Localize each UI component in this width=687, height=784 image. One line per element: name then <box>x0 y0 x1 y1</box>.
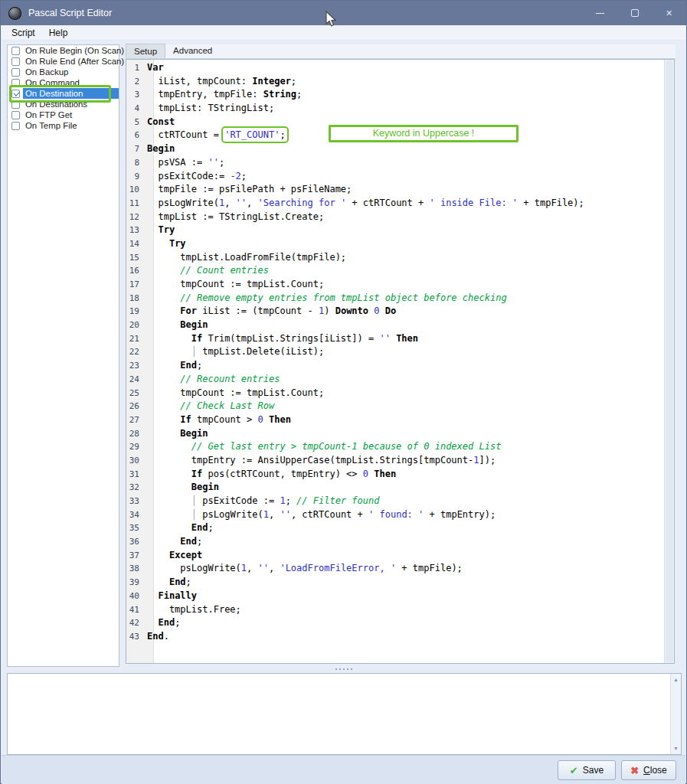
checkbox[interactable] <box>11 90 20 98</box>
scroll-down-icon[interactable]: ▼ <box>671 743 681 753</box>
code-line: 24 // Recount entries <box>126 373 664 387</box>
line-number: 20 <box>126 318 147 332</box>
list-item[interactable]: On Rule Begin (On Scan) <box>8 45 119 56</box>
line-number: 16 <box>126 264 147 278</box>
checkbox[interactable] <box>11 100 20 109</box>
tab-bar: SetupAdvanced <box>126 44 676 59</box>
x-icon: ✖ <box>630 765 639 776</box>
rt-count-annotation: 'RT_COUNT'; <box>224 129 285 140</box>
list-item[interactable]: On Command <box>8 77 119 88</box>
list-item[interactable]: On Temp File <box>8 120 119 131</box>
line-number: 23 <box>126 359 147 373</box>
code-line: 43End. <box>126 630 664 644</box>
script-panel: SetupAdvanced 1Var2 iList, tmpCount: Int… <box>126 44 676 667</box>
code-line: 13 Try <box>126 224 664 237</box>
save-button-label: Save <box>583 765 604 776</box>
line-number: 29 <box>126 440 147 454</box>
menu-script[interactable]: Script <box>5 25 42 41</box>
list-item-label: On Rule Begin (On Scan) <box>23 45 126 56</box>
minimize-button[interactable] <box>583 1 617 25</box>
list-item-label: On FTP Get <box>23 109 74 120</box>
code-line: 15 tmpList.LoadFromFile(tmpFile); <box>126 251 664 265</box>
code-line: 39 End; <box>126 576 664 590</box>
output-textarea[interactable] <box>9 675 669 753</box>
splitter-handle[interactable] <box>7 666 682 672</box>
splitter-grip-icon <box>335 668 354 670</box>
editor-scrollbar-thumb[interactable] <box>666 60 673 662</box>
checkbox[interactable] <box>11 68 20 77</box>
code-line: 14 Try <box>126 237 664 251</box>
output-panel: ▲ ▼ <box>7 673 682 755</box>
checkbox[interactable] <box>11 57 20 66</box>
close-icon: × <box>666 8 672 18</box>
code-line: 32 Begin <box>126 481 664 495</box>
checkbox[interactable] <box>11 47 20 55</box>
line-number: 26 <box>126 400 147 413</box>
line-number: 41 <box>126 603 147 617</box>
line-number: 34 <box>126 508 147 522</box>
line-number: 9 <box>126 170 147 184</box>
close-button[interactable]: ✖ Close <box>621 760 676 780</box>
line-number: 12 <box>126 211 147 224</box>
line-number: 21 <box>126 332 147 346</box>
code-line: 23 End; <box>126 359 664 373</box>
line-number: 1 <box>126 61 147 75</box>
minimize-icon <box>596 13 604 14</box>
checkbox[interactable] <box>11 111 20 119</box>
code-line: 35 End; <box>126 521 664 535</box>
code-line: 12 tmpList := TStringList.Create; <box>126 211 664 224</box>
list-item[interactable]: On Destinations <box>8 99 119 109</box>
scroll-up-icon[interactable]: ▲ <box>671 675 681 684</box>
checkbox[interactable] <box>11 79 20 87</box>
code-line: 1Var <box>126 61 664 75</box>
code-lines: 1Var2 iList, tmpCount: Integer;3 tmpEntr… <box>126 61 664 644</box>
code-line: 40 Finally <box>126 590 664 603</box>
list-item[interactable]: On FTP Get <box>8 109 119 120</box>
code-line: 38 psLogWrite(1, '', 'LoadFromFileError,… <box>126 562 664 576</box>
button-bar: ✔ Save ✖ Close <box>2 755 685 784</box>
code-line: 3 tmpEntry, tmpFile: String; <box>126 88 664 102</box>
code-line: 8 psVSA := ''; <box>126 156 664 170</box>
title-bar[interactable]: Pascal Script Editor × <box>1 1 686 25</box>
tab-advanced[interactable]: Advanced <box>165 44 220 58</box>
window-close-button[interactable]: × <box>652 1 686 25</box>
maximize-button[interactable] <box>617 1 652 25</box>
code-line: 42 End; <box>126 616 664 630</box>
line-number: 3 <box>126 88 147 102</box>
line-number: 13 <box>126 224 147 237</box>
line-number: 36 <box>126 535 147 549</box>
event-list[interactable]: On Rule Begin (On Scan)On Rule End (Afte… <box>7 44 119 667</box>
save-button[interactable]: ✔ Save <box>558 760 616 780</box>
list-item[interactable]: On Destination <box>8 88 119 99</box>
menu-bar: ScriptHelp <box>2 25 685 41</box>
line-number: 39 <box>126 576 147 590</box>
list-item[interactable]: On Backup <box>8 67 119 77</box>
tab-setup[interactable]: Setup <box>126 44 165 58</box>
list-item-label: On Temp File <box>23 120 80 131</box>
check-icon: ✔ <box>570 765 578 776</box>
line-number: 5 <box>126 116 147 129</box>
code-line: 29 // Get last entry > tmpCount-1 becaus… <box>126 440 664 454</box>
line-number: 15 <box>126 251 147 265</box>
code-line: 17 tmpCount := tmpList.Count; <box>126 278 664 292</box>
app-icon <box>8 7 21 20</box>
line-number: 35 <box>126 521 147 535</box>
menu-help[interactable]: Help <box>42 25 75 41</box>
code-line: 22 │ tmpList.Delete(iList); <box>126 345 664 359</box>
list-item[interactable]: On Rule End (After Scan) <box>8 56 119 67</box>
editor-scrollbar[interactable] <box>664 60 674 663</box>
checkbox[interactable] <box>11 122 20 130</box>
code-line: 37 Except <box>126 549 664 563</box>
code-editor[interactable]: 1Var2 iList, tmpCount: Integer;3 tmpEntr… <box>126 59 675 664</box>
line-number: 4 <box>126 102 147 116</box>
line-number: 24 <box>126 373 147 387</box>
line-number: 37 <box>126 549 147 563</box>
code-line: 21 If Trim(tmpList.Strings[iList]) = '' … <box>126 332 664 346</box>
code-line: 9 psExitCode:= -2; <box>126 170 664 184</box>
line-number: 38 <box>126 562 147 576</box>
code-line: 34 │ psLogWrite(1, '', ctRTCount + ' fou… <box>126 508 664 522</box>
code-line: 10 tmpFile := psFilePath + psFileName; <box>126 183 664 197</box>
line-number: 33 <box>126 495 147 508</box>
output-scrollbar[interactable]: ▲ ▼ <box>670 674 681 754</box>
line-number: 10 <box>126 183 147 197</box>
